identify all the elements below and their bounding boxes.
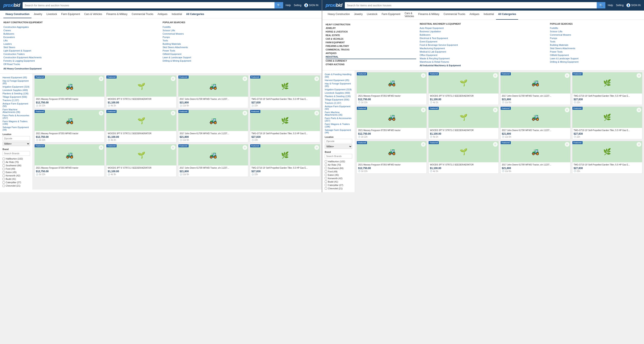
cat-coins-right[interactable]: COINS & CURRENCY: [326, 59, 416, 63]
product-card-left-3[interactable]: 🚜 Featured ☆ 2017 John Deere 6175R MFWD …: [178, 75, 248, 108]
link-forklifts-left[interactable]: Forklifts: [162, 25, 318, 29]
product-card-right-5[interactable]: 🚜 Featured ☆ 2021 Massey Ferguson 8735S …: [357, 107, 427, 139]
brand-airride-right[interactable]: Air Ride (70): [325, 163, 352, 167]
search-button-left[interactable]: 🔍: [274, 2, 283, 8]
link-tools-right[interactable]: Tools: [550, 40, 640, 43]
sidebar-tillage-right[interactable]: Tillage Equipment (556): [325, 98, 352, 101]
brand-checkbox-budd-right[interactable]: [325, 180, 327, 183]
product-card-right-10[interactable]: 🌱 Featured ☆ WOODS 3PT 6' STR72-2 SEEDER…: [428, 141, 498, 174]
favorite-button-right-10[interactable]: ☆: [493, 142, 498, 147]
sidebar-farm-attachments-left[interactable]: Farm Machine Attachments (36): [2, 108, 30, 114]
help-link-left[interactable]: Help: [286, 4, 291, 7]
search-input-left[interactable]: [22, 2, 274, 8]
link-tools-left[interactable]: Tools: [162, 39, 318, 42]
favorite-button-right-5[interactable]: ☆: [421, 108, 426, 112]
nav-heavy-construction-left[interactable]: Heavy Construction: [4, 10, 32, 18]
link-offroad-left[interactable]: Off Road Trucks: [4, 62, 159, 66]
cat-other-auctions-right[interactable]: OTHER AUCTIONS: [326, 63, 416, 66]
link-lawn-right[interactable]: Lawn & Landscape Support: [550, 57, 640, 60]
brand-checkbox-eaton-right[interactable]: [325, 174, 327, 176]
signin-right[interactable]: 👤 SIGN IN: [626, 3, 640, 7]
nav-farm-right[interactable]: Farm Equipment: [380, 10, 402, 20]
favorite-button-left-4[interactable]: ☆: [314, 76, 319, 81]
favorite-button-right-4[interactable]: ☆: [636, 73, 641, 78]
link-skid-attachments-left[interactable]: Skid Steers Attachments: [162, 45, 318, 49]
favorite-button-left-11[interactable]: ☆: [242, 145, 247, 150]
link-drilling-right[interactable]: Drilling & Mining Equipment: [550, 60, 640, 63]
link-forklifts-right[interactable]: Forklifts: [550, 26, 640, 30]
product-card-right-11[interactable]: 🚜 Featured ☆ 2017 John Deere 6175R MFWD …: [500, 141, 570, 174]
nav-livestock-left[interactable]: Livestock: [44, 10, 59, 18]
brand-eaton-left[interactable]: Eaton (45): [2, 171, 30, 174]
brand-checkbox-ford-right[interactable]: [325, 170, 327, 173]
cat-industrial-right[interactable]: INDUSTRIAL: [326, 55, 416, 59]
link-building-materials-right[interactable]: Building Materials: [550, 43, 640, 47]
search-button-right[interactable]: 🔍: [597, 2, 605, 8]
brand-checkbox-airride-left[interactable]: [2, 161, 5, 163]
brand-checkbox-halliburton-right[interactable]: [325, 160, 327, 162]
product-card-left-9[interactable]: 🚜 Featured ☆ 2021 Massey Ferguson 8735S …: [34, 144, 104, 177]
signin-left[interactable]: 👤 SIGN IN: [304, 3, 318, 7]
cat-real-estate-right[interactable]: REAL ESTATE: [326, 33, 416, 37]
sidebar-salvage-left[interactable]: Salvage Farm Equipment (44): [2, 126, 30, 131]
link-electrical-test-right[interactable]: Electrical & Test Equipment: [420, 36, 546, 40]
brand-chevrolet-left[interactable]: Chevrolet (21): [2, 184, 30, 187]
nav-firearms-right[interactable]: Firearms & Military: [416, 10, 442, 20]
sidebar-farm-parts-right[interactable]: Farm Parts & Accessories (257): [325, 116, 352, 122]
nav-firearms-left[interactable]: Firearms & Military: [104, 10, 130, 18]
brand-southwest-right[interactable]: Southwest (66): [325, 167, 352, 170]
sidebar-tractors-left[interactable]: Tractors (2,157): [2, 99, 30, 102]
brand-checkbox-caterpillar-right[interactable]: [325, 184, 327, 186]
cat-jewelry-right[interactable]: JEWELRY: [326, 26, 416, 30]
brand-budd-left[interactable]: Budd (41): [2, 177, 30, 181]
link-loaders-left[interactable]: Loaders: [4, 42, 159, 45]
nav-heavy-construction-right[interactable]: Heavy Construction: [326, 10, 352, 20]
favorite-button-right-7[interactable]: ☆: [565, 108, 570, 112]
product-card-left-2[interactable]: 🌱 Featured ☆ WOODS 3PT 6' STR72-2 SEEDER…: [106, 75, 176, 108]
product-card-left-7[interactable]: 🚜 Featured ☆ 2017 John Deere 6175R MFWD …: [178, 110, 248, 142]
brand-halliburton-left[interactable]: Halliburton (102): [2, 157, 30, 160]
link-scissor-lifts-left[interactable]: Scissor Lifts: [162, 29, 318, 32]
brand-checkbox-southwest-right[interactable]: [325, 167, 327, 169]
sidebar-farm-attachments-right[interactable]: Farm Machine Attachments (36): [325, 111, 352, 116]
nav-allcats-left[interactable]: All Catergories: [184, 10, 206, 18]
nav-allcats-right[interactable]: All Catergories: [496, 10, 518, 20]
link-oilfield-right[interactable]: Oilfield Equipment: [550, 53, 640, 57]
product-card-right-4[interactable]: 🌿 Featured ☆ TMG-GT19 19' Self-Propelled…: [572, 72, 642, 105]
brand-ford-right[interactable]: Ford (49): [325, 170, 352, 173]
favorite-button-right-8[interactable]: ☆: [636, 108, 641, 112]
signin-label-right[interactable]: SIGN IN: [631, 4, 640, 7]
link-medical-lab-right[interactable]: Medical & Lab Equipment: [420, 50, 546, 53]
link-scissor-lifts-right[interactable]: Scissor Lifts: [550, 30, 640, 33]
nav-antiques-right[interactable]: Antiques: [468, 10, 482, 20]
nav-farm-left[interactable]: Farm Equipment: [59, 10, 82, 18]
radius-select-left[interactable]: 500km+: [2, 142, 30, 146]
brand-budd-right[interactable]: Budd (41): [325, 180, 352, 183]
brand-search-input-left[interactable]: [2, 151, 30, 156]
product-card-left-12[interactable]: 🌿 Featured ☆ TMG-GT19 19' Self-Propelled…: [250, 144, 320, 177]
product-card-left-1[interactable]: 🚜 Featured ☆ 2021 Massey Ferguson 8735S …: [34, 75, 104, 108]
product-card-right-7[interactable]: 🚜 Featured ☆ 2017 John Deere 6175R MFWD …: [500, 107, 570, 139]
zipcode-input-right[interactable]: [325, 139, 352, 143]
link-power-tools-left[interactable]: Power Tools: [162, 49, 318, 52]
cat-antiques-right[interactable]: ANTIQUES: [326, 51, 416, 55]
sidebar-hay-left[interactable]: Hay & Forage Equipment (65): [2, 79, 30, 85]
brand-airride-left[interactable]: Air Ride (70): [2, 160, 30, 164]
link-cranes-left[interactable]: Cranes: [4, 29, 159, 32]
nav-jewelry-right[interactable]: Jewelry: [352, 10, 365, 20]
brand-checkbox-southwest-left[interactable]: [2, 164, 5, 167]
link-excavators-left[interactable]: Excavators: [4, 35, 159, 39]
brand-checkbox-chevrolet-left[interactable]: [2, 185, 5, 187]
link-event-equipment-right[interactable]: Event Equipment: [420, 40, 546, 43]
brand-checkbox-airride-right[interactable]: [325, 164, 327, 166]
selling-link-right[interactable]: Selling: [616, 4, 624, 7]
brand-caterpillar-right[interactable]: Caterpillar (27): [325, 183, 352, 187]
favorite-button-right-9[interactable]: ☆: [421, 142, 426, 147]
link-commercial-mowers-right[interactable]: Commerical Mowers: [550, 33, 640, 36]
cat-heavy-construction-right[interactable]: HEAVY CONSTRUCTION: [326, 23, 416, 26]
selling-link-left[interactable]: Selling: [294, 4, 301, 7]
product-card-left-8[interactable]: 🌿 Featured ☆ TMG-GT19 19' Self-Propelled…: [250, 110, 320, 142]
favorite-button-right-12[interactable]: ☆: [636, 142, 641, 147]
link-building-materials-left[interactable]: Building Materials: [162, 42, 318, 45]
brand-caterpillar-left[interactable]: Caterpillar (27): [2, 181, 30, 184]
